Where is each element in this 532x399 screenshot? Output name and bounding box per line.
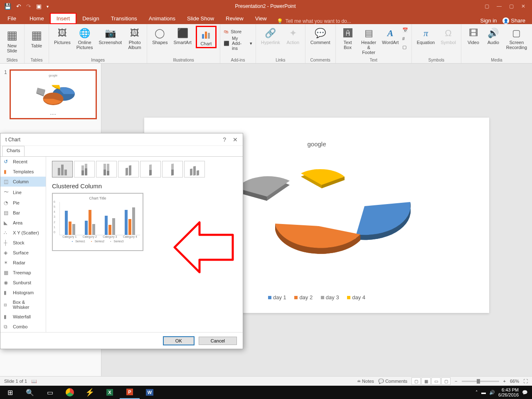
dialog-help-icon[interactable]: ? <box>223 136 226 143</box>
ctype-combo[interactable]: ⧉Combo <box>0 322 46 332</box>
tab-view[interactable]: View <box>249 13 273 24</box>
tray-chevron-icon[interactable]: ˄ <box>475 390 478 395</box>
slide-number-icon[interactable]: # <box>402 36 408 41</box>
symbol-button[interactable]: ΩSymbol <box>439 26 458 46</box>
taskbar-word[interactable]: W <box>140 386 160 399</box>
share-button[interactable]: 👤Share <box>502 17 525 25</box>
taskbar-chrome[interactable] <box>60 386 80 399</box>
chart-button[interactable]: Chart <box>196 26 217 48</box>
tab-transitions[interactable]: Transitions <box>105 13 143 24</box>
date-time-icon[interactable]: 📅 <box>402 27 408 33</box>
audio-button[interactable]: 🔊Audio <box>485 26 502 46</box>
subtype-100-stacked-column[interactable] <box>96 161 117 177</box>
screen-recording-button[interactable]: ▢Screen Recording <box>505 26 529 51</box>
ctype-surface[interactable]: ◈Surface <box>0 248 46 258</box>
notes-button[interactable]: ≐ Notes <box>357 379 374 384</box>
maximize-icon[interactable]: ▢ <box>509 3 514 9</box>
ctype-pie[interactable]: ◔Pie <box>0 198 46 208</box>
ctype-histogram[interactable]: ▮Histogram <box>0 288 46 298</box>
subtype-clustered-column[interactable] <box>52 161 73 177</box>
redo-icon[interactable]: ↷ <box>26 3 31 10</box>
ctype-column[interactable]: ◫Column <box>0 177 46 187</box>
fit-to-window-icon[interactable]: ⛶ <box>523 379 528 384</box>
slide-1-thumbnail[interactable]: google ▪ ▪ ▪ ▪ <box>10 69 97 119</box>
tray-network-icon[interactable]: ▬ <box>481 390 486 395</box>
ctype-sunburst[interactable]: ◉Sunburst <box>0 278 46 288</box>
hyperlink-button[interactable]: 🔗Hyperlink <box>259 26 282 46</box>
spellcheck-icon[interactable]: 📖 <box>31 379 37 384</box>
zoom-level[interactable]: 66% <box>510 379 519 384</box>
ctype-stock[interactable]: ┼Stock <box>0 238 46 248</box>
equation-button[interactable]: πEquation <box>415 26 436 46</box>
taskbar-powerpoint[interactable]: P <box>120 386 140 399</box>
tab-review[interactable]: Review <box>220 13 249 24</box>
text-box-button[interactable]: 🅰Text Box <box>339 26 357 51</box>
zoom-slider[interactable] <box>462 381 499 382</box>
wordart-button[interactable]: AWordArt <box>381 26 400 46</box>
taskbar-app-orange[interactable]: ⚡ <box>80 386 100 399</box>
header-footer-button[interactable]: ▤Header & Footer <box>359 26 379 56</box>
dialog-close-icon[interactable]: ✕ <box>233 136 238 143</box>
subtype-3d-stacked[interactable] <box>140 161 161 177</box>
comment-button[interactable]: 💬Comment <box>309 26 332 46</box>
zoom-out-icon[interactable]: − <box>455 379 457 384</box>
ctype-waterfall[interactable]: ▮Waterfall <box>0 312 46 322</box>
ctype-bar[interactable]: ▤Bar <box>0 208 46 218</box>
dialog-tab-all-charts[interactable]: Charts <box>2 146 25 157</box>
tab-slideshow[interactable]: Slide Show <box>181 13 220 24</box>
slideshow-view-icon[interactable]: ▢ <box>441 377 451 385</box>
online-pictures-button[interactable]: 🌐Online Pictures <box>75 26 95 51</box>
notifications-icon[interactable]: 💬 <box>522 390 528 395</box>
subtype-3d-100-stacked[interactable] <box>162 161 183 177</box>
ctype-area[interactable]: ◣Area <box>0 218 46 228</box>
tab-insert[interactable]: Insert <box>50 13 77 24</box>
object-icon[interactable]: ▢ <box>402 44 408 50</box>
normal-view-icon[interactable]: ▢ <box>411 377 421 385</box>
qat-dropdown-icon[interactable]: ▾ <box>47 4 49 9</box>
minimize-icon[interactable]: — <box>497 3 502 9</box>
pictures-button[interactable]: 🖼Pictures <box>52 26 72 46</box>
photo-album-button[interactable]: 🖼Photo Album <box>126 26 143 51</box>
ctype-xy[interactable]: ∴X Y (Scatter) <box>0 228 46 238</box>
subtype-stacked-column[interactable] <box>74 161 95 177</box>
reading-view-icon[interactable]: ▭ <box>431 377 441 385</box>
shapes-button[interactable]: ◯Shapes <box>150 26 169 46</box>
action-button[interactable]: ✦Action <box>284 26 302 46</box>
dialog-titlebar[interactable]: t Chart ? ✕ <box>0 133 243 146</box>
tab-design[interactable]: Design <box>76 13 105 24</box>
new-slide-button[interactable]: ▦New Slide <box>3 26 21 54</box>
store-button[interactable]: 🛍Store <box>224 29 252 34</box>
clock[interactable]: 6:43 PM 6/26/2016 <box>498 387 519 397</box>
chart-preview[interactable]: Chart Title 0123456 Category 1Category 2… <box>52 193 143 251</box>
subtype-3d-clustered[interactable] <box>118 161 139 177</box>
slide-counter[interactable]: Slide 1 of 1 <box>4 379 27 384</box>
search-icon[interactable]: 🔍 <box>20 386 40 399</box>
tray-volume-icon[interactable]: 🔊 <box>489 390 495 395</box>
tab-file[interactable]: File <box>0 13 24 24</box>
comments-button[interactable]: 💬 Comments <box>378 379 407 384</box>
table-button[interactable]: ▦Table <box>28 26 45 49</box>
save-icon[interactable]: 💾 <box>4 3 11 10</box>
ctype-radar[interactable]: ✶Radar <box>0 258 46 268</box>
signin-link[interactable]: Sign in <box>480 17 497 24</box>
taskbar-excel[interactable]: X <box>100 386 120 399</box>
tell-me-search[interactable]: 💡 Tell me what you want to do... <box>277 18 351 24</box>
cancel-button[interactable]: Cancel <box>199 337 237 345</box>
task-view-icon[interactable]: ▭ <box>40 386 60 399</box>
ctype-treemap[interactable]: ▦Treemap <box>0 268 46 278</box>
ctype-recent[interactable]: ↺Recent <box>0 157 46 167</box>
video-button[interactable]: 🎞Video <box>465 26 482 46</box>
screenshot-button[interactable]: 📷Screenshot <box>97 26 124 46</box>
start-from-beginning-icon[interactable]: ▣ <box>36 3 42 10</box>
ok-button[interactable]: OK <box>163 336 195 345</box>
sorter-view-icon[interactable]: ▦ <box>421 377 431 385</box>
tab-home[interactable]: Home <box>24 13 50 24</box>
start-button[interactable]: ⊞ <box>0 386 20 399</box>
ctype-line[interactable]: 〜Line <box>0 187 46 198</box>
close-icon[interactable]: ✕ <box>521 3 525 9</box>
undo-icon[interactable]: ↶ <box>16 3 21 10</box>
ctype-boxwhisker[interactable]: ⧈Box & Whisker <box>0 298 46 312</box>
zoom-in-icon[interactable]: + <box>503 379 506 384</box>
ribbon-options-icon[interactable]: ▢ <box>485 3 489 9</box>
my-addins-button[interactable]: ⬛My Add-ins ▾ <box>224 36 252 51</box>
